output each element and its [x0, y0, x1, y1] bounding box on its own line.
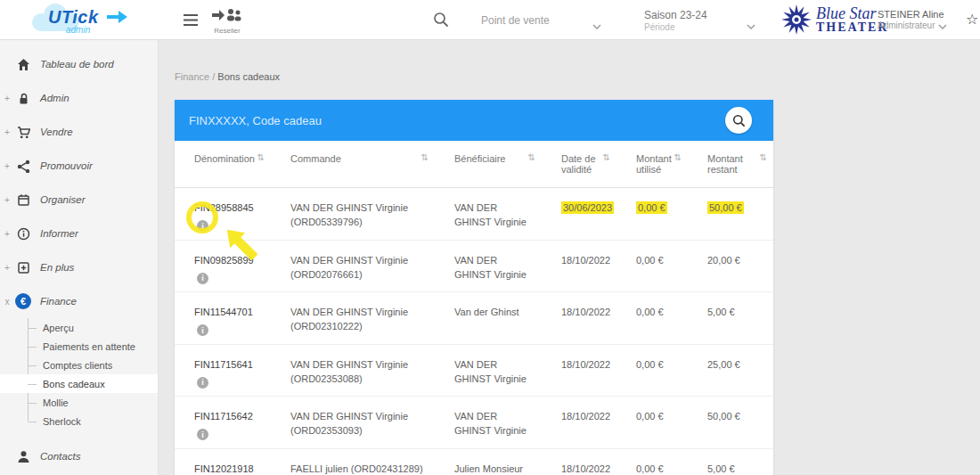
table-header: Dénomination⇅ Commande⇅ Bénéficiaire⇅ Da…: [175, 141, 773, 188]
cell-date-validite: 18/10/2022: [542, 292, 617, 344]
table-row: FIN11715641iVAN DER GHINST Virginie (ORD…: [175, 345, 773, 397]
favorite-star-icon[interactable]: ☆: [966, 11, 978, 28]
calendar-icon: [15, 193, 31, 207]
column-header-commande[interactable]: Commande⇅: [271, 141, 435, 187]
info-icon[interactable]: i: [197, 324, 208, 336]
cell-date-validite: 18/10/2022: [542, 241, 617, 292]
reseller-button[interactable]: Reseller: [212, 7, 242, 35]
expand-marker[interactable]: +: [3, 127, 12, 137]
euro-icon: €: [15, 293, 31, 309]
sort-icon[interactable]: ⇅: [603, 152, 610, 162]
sort-icon[interactable]: ⇅: [257, 152, 265, 162]
sidebar-item-sherlock[interactable]: Sherlock: [0, 412, 158, 430]
expand-marker[interactable]: +: [3, 263, 12, 273]
column-header-beneficiaire[interactable]: Bénéficiaire⇅: [435, 141, 542, 187]
cell-commande: VAN DER GHINST Virginie (ORD05339796): [271, 188, 435, 240]
sidebar-item-en-plus[interactable]: + En plus: [0, 250, 158, 284]
date-value: 18/10/2022: [561, 411, 610, 422]
info-icon[interactable]: i: [197, 429, 208, 440]
cell-beneficiaire: VAN DER GHINST Virginie: [435, 241, 542, 292]
sidebar-item-bons-cadeaux[interactable]: Bons cadeaux: [0, 374, 158, 393]
chevron-down-icon[interactable]: [747, 17, 755, 33]
cell-montant-utilise: 0,00 €: [617, 188, 688, 240]
date-value: 18/10/2022: [561, 359, 610, 370]
montant-restant-value: 5,00 €: [707, 463, 735, 474]
user-role: Administrateur: [878, 20, 944, 30]
user-name: STEINER Aline: [878, 9, 944, 20]
subitem-label: Paiements en attente: [43, 341, 135, 352]
cell-denomination: FIN11715642i: [175, 397, 271, 448]
info-icon[interactable]: i: [197, 377, 208, 389]
expand-marker[interactable]: +: [3, 229, 12, 239]
season-label: Saison 23-24: [644, 9, 707, 21]
sidebar-item-label: Tableau de bord: [40, 59, 114, 70]
column-header-montant-restant[interactable]: Montant restant⇅: [688, 141, 773, 187]
expand-marker[interactable]: +: [3, 195, 12, 205]
cell-date-validite: 30/06/2023: [542, 188, 617, 240]
sidebar-item-vendre[interactable]: + Vendre: [0, 115, 158, 149]
cell-montant-utilise: 0,00 €: [617, 397, 688, 448]
sidebar-item-label: Organiser: [40, 194, 86, 205]
user-menu[interactable]: STEINER Aline Administrateur: [878, 9, 944, 30]
montant-restant-value: 50,00 €: [707, 411, 740, 422]
person-icon: [15, 450, 31, 463]
cell-montant-restant: 5,00 €: [688, 292, 773, 344]
breadcrumb-parent[interactable]: Finance: [175, 71, 209, 82]
cell-commande: VAN DER GHINST Virginie (ORD02076661): [271, 241, 435, 292]
sidebar-item-tableau-de-bord[interactable]: Tableau de bord: [0, 47, 158, 81]
sidebar-item-informer[interactable]: + Informer: [0, 217, 158, 250]
cell-montant-utilise: 0,00 €: [617, 345, 688, 397]
column-header-date-validite[interactable]: Date de validité⇅: [542, 141, 617, 187]
subitem-label: Sherlock: [43, 416, 81, 427]
cell-date-validite: 18/10/2022: [542, 449, 617, 475]
expand-marker[interactable]: +: [3, 161, 12, 171]
cell-montant-utilise: 0,00 €: [617, 292, 688, 344]
search-button[interactable]: [725, 107, 752, 134]
point-de-vente-label: Point de vente: [481, 14, 550, 27]
breadcrumb-current: Bons cadeaux: [217, 71, 280, 82]
info-icon[interactable]: i: [197, 273, 208, 284]
cell-denomination: FIN11544701i: [175, 292, 271, 344]
sort-icon[interactable]: ⇅: [760, 152, 767, 162]
collapse-marker[interactable]: x: [3, 297, 12, 307]
montant-utilise-value: 0,00 €: [636, 463, 664, 474]
utick-logo[interactable]: UTick admin: [25, 2, 145, 38]
expand-marker[interactable]: +: [3, 94, 12, 103]
reseller-icon: [212, 7, 242, 22]
sort-icon[interactable]: ⇅: [674, 152, 682, 162]
cell-montant-restant: 25,00 €: [688, 345, 773, 397]
column-header-denomination[interactable]: Dénomination⇅: [175, 141, 271, 187]
sort-icon[interactable]: ⇅: [528, 152, 535, 162]
search-input[interactable]: [189, 100, 706, 141]
topbar-search-icon[interactable]: [433, 12, 449, 31]
sidebar-item-organiser[interactable]: + Organiser: [0, 183, 158, 217]
hamburger-menu-icon[interactable]: [184, 13, 198, 29]
dashboard-icon: [15, 58, 31, 71]
sidebar-item-promouvoir[interactable]: + Promouvoir: [0, 149, 158, 183]
sidebar: Tableau de bord + Admin + Vendre + Promo…: [0, 40, 159, 475]
sidebar-item-paiements-en-attente[interactable]: Paiements en attente: [0, 337, 158, 356]
sidebar-item-contacts[interactable]: Contacts: [0, 439, 158, 473]
chevron-down-icon[interactable]: [592, 17, 601, 33]
vouchers-card: Dénomination⇅ Commande⇅ Bénéficiaire⇅ Da…: [175, 100, 773, 475]
cell-beneficiaire: Julien Monsieur FAELLI: [435, 449, 542, 475]
season-dropdown[interactable]: Saison 23-24 Période: [644, 9, 707, 32]
topbar: UTick admin Reseller Point de vente: [0, 0, 980, 40]
sidebar-item-finance[interactable]: x € Finance: [0, 284, 158, 318]
sidebar-item-label: Finance: [40, 296, 77, 307]
logo-arrow-icon: [107, 10, 128, 24]
sidebar-item-comptes-clients[interactable]: Comptes clients: [0, 356, 158, 374]
search-bar: [175, 100, 773, 141]
sidebar-item-mollie[interactable]: Mollie: [0, 393, 158, 412]
table-row: FIN12021918iFAELLI julien (ORD02431289)J…: [175, 449, 773, 475]
column-header-montant-utilise[interactable]: Montant utilisé⇅: [617, 141, 688, 187]
montant-utilise-value: 0,00 €: [636, 411, 664, 422]
sidebar-item-apercu[interactable]: Aperçu: [0, 318, 158, 337]
season-sublabel: Période: [644, 22, 707, 32]
sidebar-item-admin[interactable]: + Admin: [0, 81, 158, 115]
cell-denomination: FIN11715641i: [175, 345, 271, 397]
point-de-vente-dropdown[interactable]: Point de vente: [481, 14, 550, 27]
chevron-down-icon[interactable]: [938, 17, 947, 33]
date-value: 18/10/2022: [561, 307, 610, 317]
sort-icon[interactable]: ⇅: [421, 152, 429, 162]
